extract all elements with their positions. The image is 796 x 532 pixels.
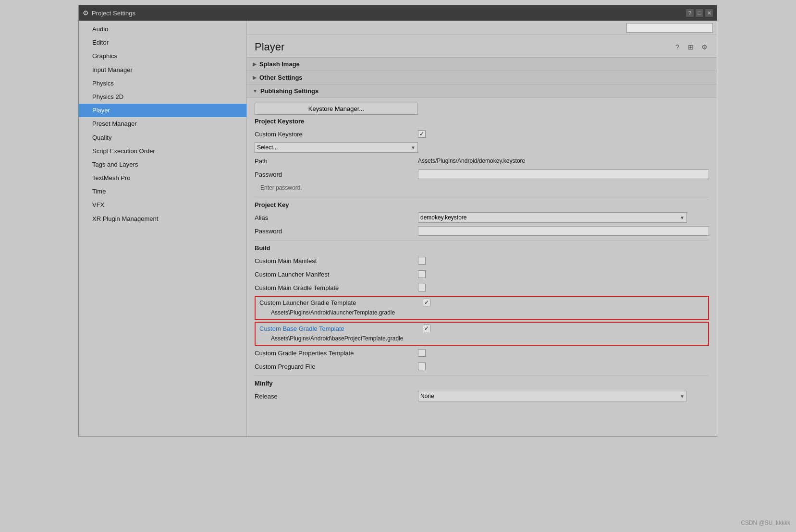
custom-gradle-properties-checkbox[interactable] bbox=[418, 349, 426, 357]
keystore-manager-row: Keystore Manager... bbox=[255, 103, 709, 115]
custom-proguard-row: Custom Proguard File bbox=[255, 361, 709, 372]
divider1 bbox=[255, 197, 709, 197]
minify-release-value: None bbox=[420, 393, 434, 399]
custom-main-manifest-checkbox[interactable] bbox=[418, 257, 426, 265]
custom-keystore-checkbox[interactable] bbox=[418, 130, 426, 138]
custom-launcher-gradle-row: Custom Launcher Gradle Template bbox=[259, 299, 704, 306]
sidebar-item-input-manager[interactable]: Input Manager bbox=[79, 63, 246, 77]
keystore-manager-button[interactable]: Keystore Manager... bbox=[255, 103, 418, 115]
settings2-icon-btn[interactable]: ⚙ bbox=[699, 42, 709, 52]
custom-launcher-manifest-row: Custom Launcher Manifest bbox=[255, 269, 709, 279]
path-value: Assets/Plugins/Android/demokey.keystore bbox=[418, 157, 709, 165]
sidebar-item-audio[interactable]: Audio bbox=[79, 23, 246, 36]
sidebar-item-physics2d[interactable]: Physics 2D bbox=[79, 90, 246, 104]
project-keystore-title: Project Keystore bbox=[255, 118, 709, 125]
alias-arrow: ▼ bbox=[680, 215, 685, 220]
custom-launcher-gradle-checkbox[interactable] bbox=[423, 299, 430, 306]
custom-main-manifest-label: Custom Main Manifest bbox=[255, 257, 418, 265]
splash-image-label: Splash Image bbox=[259, 60, 300, 68]
password-hint: Enter password. bbox=[255, 184, 418, 191]
custom-launcher-manifest-label: Custom Launcher Manifest bbox=[255, 271, 418, 278]
alias-label: Alias bbox=[255, 214, 418, 221]
main-content: Player ? ⊞ ⚙ ▶ Splash Image ▶ Other Sett… bbox=[247, 21, 717, 436]
custom-main-gradle-row: Custom Main Gradle Template bbox=[255, 282, 709, 293]
settings1-icon-btn[interactable]: ⊞ bbox=[686, 42, 696, 52]
sidebar-item-physics[interactable]: Physics bbox=[79, 77, 246, 90]
build-title: Build bbox=[255, 244, 709, 252]
keystore-select-label: Select... bbox=[257, 144, 278, 151]
custom-base-gradle-label: Custom Base Gradle Template bbox=[259, 325, 423, 332]
project-key-password-label: Password bbox=[255, 228, 418, 235]
sidebar-item-quality[interactable]: Quality bbox=[79, 131, 246, 145]
other-settings-section-header[interactable]: ▶ Other Settings bbox=[247, 71, 717, 85]
sidebar-item-xr-plugin-management[interactable]: XR Plugin Management bbox=[79, 212, 246, 226]
minify-title: Minify bbox=[255, 380, 709, 387]
custom-launcher-gradle-section: Custom Launcher Gradle Template Assets\P… bbox=[255, 296, 709, 320]
publishing-settings-arrow: ▼ bbox=[253, 88, 257, 94]
splash-image-arrow: ▶ bbox=[253, 61, 257, 67]
custom-main-gradle-label: Custom Main Gradle Template bbox=[255, 284, 418, 291]
password-hint-row: Enter password. bbox=[255, 182, 709, 193]
minify-release-row: Release None ▼ bbox=[255, 391, 709, 401]
publishing-settings-content: Keystore Manager... Project Keystore Cus… bbox=[247, 98, 717, 409]
minify-release-arrow: ▼ bbox=[680, 394, 685, 399]
minify-release-dropdown[interactable]: None ▼ bbox=[418, 391, 687, 401]
custom-launcher-manifest-checkbox[interactable] bbox=[418, 270, 426, 278]
content-header: Player ? ⊞ ⚙ bbox=[247, 35, 717, 58]
keystore-password-label: Password bbox=[255, 171, 418, 178]
custom-main-manifest-row: Custom Main Manifest bbox=[255, 255, 709, 266]
publishing-settings-label: Publishing Settings bbox=[260, 87, 318, 95]
minify-release-label: Release bbox=[255, 393, 418, 400]
sidebar-item-textmesh-pro[interactable]: TextMesh Pro bbox=[79, 171, 246, 185]
custom-keystore-row: Custom Keystore bbox=[255, 129, 709, 139]
custom-base-gradle-section: Custom Base Gradle Template Assets\Plugi… bbox=[255, 322, 709, 346]
sidebar-item-tags-and-layers[interactable]: Tags and Layers bbox=[79, 158, 246, 171]
custom-gradle-properties-label: Custom Gradle Properties Template bbox=[255, 350, 418, 357]
custom-launcher-gradle-label: Custom Launcher Gradle Template bbox=[259, 299, 423, 306]
sidebar-item-script-execution-order[interactable]: Script Execution Order bbox=[79, 145, 246, 158]
sidebar-item-editor[interactable]: Editor bbox=[79, 36, 246, 49]
keystore-select-arrow: ▼ bbox=[411, 145, 416, 150]
search-input[interactable] bbox=[626, 23, 713, 33]
help-icon-btn[interactable]: ? bbox=[673, 42, 682, 52]
sidebar-item-graphics[interactable]: Graphics bbox=[79, 49, 246, 63]
keystore-password-row: Password bbox=[255, 169, 709, 180]
custom-proguard-checkbox[interactable] bbox=[418, 363, 426, 370]
other-settings-label: Other Settings bbox=[259, 74, 303, 81]
path-label: Path bbox=[255, 157, 418, 165]
alias-value: demokey.keystore bbox=[420, 214, 467, 221]
divider2 bbox=[255, 240, 709, 241]
select-dropdown-row: Select... ▼ bbox=[255, 142, 709, 153]
custom-main-gradle-checkbox[interactable] bbox=[418, 284, 426, 291]
watermark: CSDN @SU_kkkkk bbox=[741, 520, 790, 526]
page-title: Player bbox=[255, 41, 284, 53]
panel-scroll[interactable]: ▶ Splash Image ▶ Other Settings ▼ Publis… bbox=[247, 58, 717, 436]
window-controls: ? □ ✕ bbox=[686, 9, 713, 17]
sidebar-item-time[interactable]: Time bbox=[79, 185, 246, 198]
project-settings-window: ⚙ Project Settings ? □ ✕ Audio Editor Gr… bbox=[78, 5, 717, 437]
sidebar-item-vfx[interactable]: VFX bbox=[79, 198, 246, 212]
window-title: Project Settings bbox=[92, 10, 686, 17]
project-key-password-input[interactable] bbox=[418, 226, 709, 236]
keystore-password-input[interactable] bbox=[418, 169, 709, 179]
window-body: Audio Editor Graphics Input Manager Phys… bbox=[79, 21, 717, 436]
other-settings-arrow: ▶ bbox=[253, 75, 257, 80]
custom-base-gradle-checkbox[interactable] bbox=[423, 325, 430, 332]
minimize-btn[interactable]: □ bbox=[696, 9, 703, 17]
publishing-settings-section-header[interactable]: ▼ Publishing Settings bbox=[247, 85, 717, 98]
close-btn[interactable]: ✕ bbox=[705, 9, 713, 17]
splash-image-section-header[interactable]: ▶ Splash Image bbox=[247, 58, 717, 71]
keystore-select-dropdown[interactable]: Select... ▼ bbox=[255, 142, 418, 153]
launcher-gradle-path: Assets\Plugins\Android\launcherTemplate.… bbox=[259, 308, 704, 317]
title-bar: ⚙ Project Settings ? □ ✕ bbox=[79, 5, 717, 21]
header-icons: ? ⊞ ⚙ bbox=[673, 42, 709, 52]
sidebar-item-preset-manager[interactable]: Preset Manager bbox=[79, 117, 246, 131]
sidebar: Audio Editor Graphics Input Manager Phys… bbox=[79, 21, 247, 436]
path-row: Path Assets/Plugins/Android/demokey.keys… bbox=[255, 156, 709, 166]
alias-dropdown[interactable]: demokey.keystore ▼ bbox=[418, 212, 687, 223]
search-bar bbox=[247, 21, 717, 35]
alias-row: Alias demokey.keystore ▼ bbox=[255, 212, 709, 223]
sidebar-item-player[interactable]: Player bbox=[79, 104, 246, 117]
project-key-title: Project Key bbox=[255, 201, 709, 208]
help-btn[interactable]: ? bbox=[686, 9, 694, 17]
